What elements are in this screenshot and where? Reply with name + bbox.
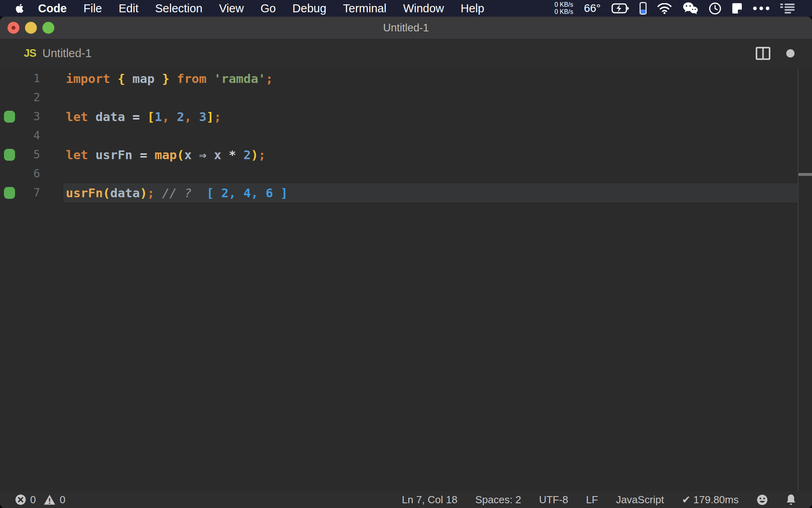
menu-view[interactable]: View [211,2,252,15]
scrollbar-cursor-marker[interactable] [799,173,812,176]
statusbar: 0 0 Ln 7, Col 18 Spaces: 2 UTF-8 LF Java… [0,491,812,508]
macos-menubar: CodeFileEditSelectionViewGoDebugTerminal… [0,0,812,17]
menu-selection[interactable]: Selection [147,2,211,15]
tab-filename[interactable]: Untitled-1 [42,47,92,60]
problems-indicator[interactable]: 0 0 [15,494,65,506]
error-count: 0 [30,494,36,506]
encoding-setting[interactable]: UTF-8 [539,494,568,506]
menu-edit[interactable]: Edit [110,2,147,15]
error-icon [15,494,26,505]
code-text: import { map } from 'ramda'; [66,69,273,88]
bell-notification-icon[interactable] [786,494,796,506]
clock-icon[interactable] [709,2,721,15]
split-editor-icon[interactable] [756,47,770,60]
battery-charging-icon[interactable] [611,3,629,13]
zoom-button[interactable] [42,22,54,34]
indentation-setting[interactable]: Spaces: 2 [475,494,521,506]
upload-speed: 0 KB/s [555,1,573,8]
warning-icon [44,494,56,505]
code-line-5[interactable]: 5let usrFn = map(x ⇒ x * 2); [0,145,812,164]
line-number: 6 [0,164,40,183]
code-editor[interactable]: 1import { map } from 'ramda';23let data … [0,67,812,491]
close-button-unsaved-dot[interactable] [8,22,19,34]
menu-file[interactable]: File [75,2,111,15]
smiley-feedback-icon[interactable] [756,494,768,506]
window-title: Untitled-1 [0,17,812,39]
editor-lines: 1import { map } from 'ramda';23let data … [0,69,812,202]
code-text: usrFn(data); // ? [ 2, 4, 6 ] [66,183,288,202]
scrollbar-divider [798,67,799,491]
code-text: let usrFn = map(x ⇒ x * 2); [66,145,266,164]
menu-debug[interactable]: Debug [284,2,335,15]
code-line-7[interactable]: 7usrFn(data); // ? [ 2, 4, 6 ] [0,183,812,202]
menu-help[interactable]: Help [452,2,493,15]
javascript-file-icon: JS [24,47,36,60]
wechat-icon[interactable] [682,2,698,14]
download-speed: 0 KB/s [555,8,573,15]
wifi-icon[interactable] [657,3,672,14]
more-dots-icon[interactable] [753,6,770,10]
code-line-4[interactable]: 4 [0,126,812,145]
network-speed[interactable]: 0 KB/s 0 KB/s [555,1,573,15]
line-number: 5 [0,145,40,164]
language-mode[interactable]: JavaScript [616,494,664,506]
line-number: 1 [0,69,40,88]
minimize-button[interactable] [25,22,37,34]
menu-terminal[interactable]: Terminal [335,2,395,15]
code-line-2[interactable]: 2 [0,88,812,107]
editor-tabstrip: JS Untitled-1 [0,39,812,67]
menu-code[interactable]: Code [29,2,75,15]
code-line-1[interactable]: 1import { map } from 'ramda'; [0,69,812,88]
temperature-indicator[interactable]: 66° [584,2,601,15]
quokka-status[interactable]: ✔ 179.80ms [682,494,739,506]
code-line-6[interactable]: 6 [0,164,812,183]
menu-window[interactable]: Window [395,2,452,15]
unsaved-dot-icon[interactable] [786,49,795,58]
eol-setting[interactable]: LF [586,494,598,506]
list-menu-icon[interactable] [780,3,795,13]
code-text: let data = [1, 2, 3]; [66,107,221,126]
window-titlebar[interactable]: Untitled-1 [0,17,812,39]
code-line-3[interactable]: 3let data = [1, 2, 3]; [0,107,812,126]
line-number: 4 [0,126,40,145]
apple-logo-icon[interactable] [10,3,29,13]
menubar-menus: CodeFileEditSelectionViewGoDebugTerminal… [0,2,492,15]
device-battery-icon[interactable] [640,2,647,15]
cursor-position[interactable]: Ln 7, Col 18 [402,494,458,506]
menu-go[interactable]: Go [252,2,284,15]
app-icon[interactable] [732,3,742,14]
vscode-window: Untitled-1 JS Untitled-1 1import { map }… [0,17,812,508]
line-number: 7 [0,183,40,202]
warning-count: 0 [59,494,65,506]
line-number: 2 [0,88,40,107]
line-number: 3 [0,107,40,126]
